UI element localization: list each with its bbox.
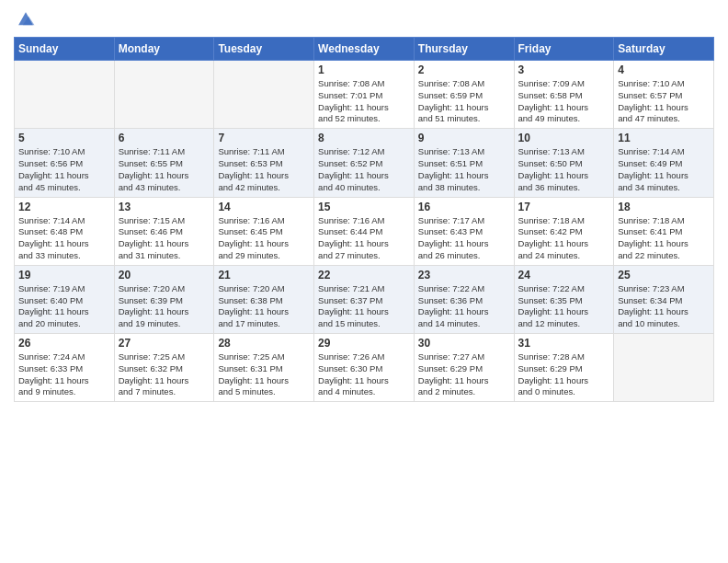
- day-info: Sunrise: 7:25 AM Sunset: 6:31 PM Dayligh…: [218, 351, 310, 398]
- week-row-1: 1Sunrise: 7:08 AM Sunset: 7:01 PM Daylig…: [15, 61, 714, 129]
- calendar-cell: 7Sunrise: 7:11 AM Sunset: 6:53 PM Daylig…: [214, 129, 314, 197]
- week-row-5: 26Sunrise: 7:24 AM Sunset: 6:33 PM Dayli…: [15, 334, 714, 402]
- day-number: 29: [318, 337, 410, 350]
- calendar-cell: 4Sunrise: 7:10 AM Sunset: 6:57 PM Daylig…: [614, 61, 714, 129]
- day-number: 23: [418, 269, 510, 282]
- day-info: Sunrise: 7:12 AM Sunset: 6:52 PM Dayligh…: [318, 146, 410, 193]
- day-info: Sunrise: 7:11 AM Sunset: 6:53 PM Dayligh…: [218, 146, 310, 193]
- calendar-cell: 6Sunrise: 7:11 AM Sunset: 6:55 PM Daylig…: [114, 129, 214, 197]
- day-number: 16: [418, 201, 510, 213]
- day-info: Sunrise: 7:11 AM Sunset: 6:55 PM Dayligh…: [119, 146, 210, 193]
- day-info: Sunrise: 7:26 AM Sunset: 6:30 PM Dayligh…: [318, 351, 410, 398]
- calendar-cell: [614, 334, 714, 402]
- col-header-saturday: Saturday: [614, 38, 714, 61]
- calendar-cell: 31Sunrise: 7:28 AM Sunset: 6:29 PM Dayli…: [514, 334, 614, 402]
- day-info: Sunrise: 7:13 AM Sunset: 6:50 PM Dayligh…: [518, 146, 610, 193]
- day-number: 5: [18, 132, 110, 144]
- day-info: Sunrise: 7:08 AM Sunset: 7:01 PM Dayligh…: [318, 78, 410, 125]
- calendar-cell: 5Sunrise: 7:10 AM Sunset: 6:56 PM Daylig…: [15, 129, 115, 197]
- calendar-cell: 29Sunrise: 7:26 AM Sunset: 6:30 PM Dayli…: [314, 334, 415, 402]
- calendar-cell: 18Sunrise: 7:18 AM Sunset: 6:41 PM Dayli…: [614, 197, 714, 265]
- calendar-cell: 24Sunrise: 7:22 AM Sunset: 6:35 PM Dayli…: [514, 265, 614, 333]
- day-number: 10: [518, 132, 610, 144]
- day-number: 4: [618, 63, 710, 76]
- day-info: Sunrise: 7:14 AM Sunset: 6:48 PM Dayligh…: [18, 215, 110, 262]
- col-header-friday: Friday: [514, 38, 614, 61]
- calendar-cell: 8Sunrise: 7:12 AM Sunset: 6:52 PM Daylig…: [314, 129, 415, 197]
- day-info: Sunrise: 7:23 AM Sunset: 6:34 PM Dayligh…: [618, 283, 710, 330]
- calendar-cell: 20Sunrise: 7:20 AM Sunset: 6:39 PM Dayli…: [114, 265, 214, 333]
- logo: [14, 9, 38, 29]
- calendar-cell: 27Sunrise: 7:25 AM Sunset: 6:32 PM Dayli…: [114, 334, 214, 402]
- calendar-cell: 30Sunrise: 7:27 AM Sunset: 6:29 PM Dayli…: [414, 334, 514, 402]
- day-info: Sunrise: 7:25 AM Sunset: 6:32 PM Dayligh…: [119, 351, 210, 398]
- calendar-cell: [214, 61, 314, 129]
- day-number: 15: [318, 201, 410, 213]
- day-number: 20: [119, 269, 210, 282]
- day-info: Sunrise: 7:22 AM Sunset: 6:36 PM Dayligh…: [418, 283, 510, 330]
- day-info: Sunrise: 7:10 AM Sunset: 6:56 PM Dayligh…: [18, 146, 110, 193]
- calendar-cell: 12Sunrise: 7:14 AM Sunset: 6:48 PM Dayli…: [15, 197, 115, 265]
- day-info: Sunrise: 7:08 AM Sunset: 6:59 PM Dayligh…: [418, 78, 510, 125]
- calendar-cell: [114, 61, 214, 129]
- day-number: 17: [518, 201, 610, 213]
- col-header-thursday: Thursday: [414, 38, 514, 61]
- day-info: Sunrise: 7:24 AM Sunset: 6:33 PM Dayligh…: [18, 351, 110, 398]
- calendar-cell: 2Sunrise: 7:08 AM Sunset: 6:59 PM Daylig…: [414, 61, 514, 129]
- day-number: 6: [119, 132, 210, 144]
- day-number: 27: [119, 337, 210, 350]
- day-info: Sunrise: 7:15 AM Sunset: 6:46 PM Dayligh…: [119, 215, 210, 262]
- day-info: Sunrise: 7:09 AM Sunset: 6:58 PM Dayligh…: [518, 78, 610, 125]
- day-number: 8: [318, 132, 410, 144]
- calendar-cell: 16Sunrise: 7:17 AM Sunset: 6:43 PM Dayli…: [414, 197, 514, 265]
- calendar-cell: 9Sunrise: 7:13 AM Sunset: 6:51 PM Daylig…: [414, 129, 514, 197]
- calendar-cell: 26Sunrise: 7:24 AM Sunset: 6:33 PM Dayli…: [15, 334, 115, 402]
- day-info: Sunrise: 7:19 AM Sunset: 6:40 PM Dayligh…: [18, 283, 110, 330]
- day-number: 9: [418, 132, 510, 144]
- day-info: Sunrise: 7:17 AM Sunset: 6:43 PM Dayligh…: [418, 215, 510, 262]
- day-number: 30: [418, 337, 510, 350]
- calendar-cell: 1Sunrise: 7:08 AM Sunset: 7:01 PM Daylig…: [314, 61, 415, 129]
- day-info: Sunrise: 7:18 AM Sunset: 6:41 PM Dayligh…: [618, 215, 710, 262]
- day-number: 13: [119, 201, 210, 213]
- day-info: Sunrise: 7:20 AM Sunset: 6:39 PM Dayligh…: [119, 283, 210, 330]
- week-row-2: 5Sunrise: 7:10 AM Sunset: 6:56 PM Daylig…: [15, 129, 714, 197]
- calendar-cell: 22Sunrise: 7:21 AM Sunset: 6:37 PM Dayli…: [314, 265, 415, 333]
- day-number: 21: [218, 269, 310, 282]
- col-header-sunday: Sunday: [15, 38, 115, 61]
- calendar-cell: 3Sunrise: 7:09 AM Sunset: 6:58 PM Daylig…: [514, 61, 614, 129]
- day-info: Sunrise: 7:14 AM Sunset: 6:49 PM Dayligh…: [618, 146, 710, 193]
- day-number: 12: [18, 201, 110, 213]
- col-header-monday: Monday: [114, 38, 214, 61]
- day-info: Sunrise: 7:20 AM Sunset: 6:38 PM Dayligh…: [218, 283, 310, 330]
- calendar-cell: 19Sunrise: 7:19 AM Sunset: 6:40 PM Dayli…: [15, 265, 115, 333]
- day-info: Sunrise: 7:22 AM Sunset: 6:35 PM Dayligh…: [518, 283, 610, 330]
- col-header-wednesday: Wednesday: [314, 38, 415, 61]
- day-number: 7: [218, 132, 310, 144]
- day-number: 1: [318, 63, 410, 76]
- day-number: 14: [218, 201, 310, 213]
- day-number: 11: [618, 132, 710, 144]
- calendar-cell: 23Sunrise: 7:22 AM Sunset: 6:36 PM Dayli…: [414, 265, 514, 333]
- day-info: Sunrise: 7:16 AM Sunset: 6:45 PM Dayligh…: [218, 215, 310, 262]
- header-row: SundayMondayTuesdayWednesdayThursdayFrid…: [15, 38, 714, 61]
- calendar-cell: 17Sunrise: 7:18 AM Sunset: 6:42 PM Dayli…: [514, 197, 614, 265]
- day-number: 26: [18, 337, 110, 350]
- day-number: 3: [518, 63, 610, 76]
- day-info: Sunrise: 7:18 AM Sunset: 6:42 PM Dayligh…: [518, 215, 610, 262]
- day-info: Sunrise: 7:28 AM Sunset: 6:29 PM Dayligh…: [518, 351, 610, 398]
- header: [14, 9, 714, 29]
- calendar-table: SundayMondayTuesdayWednesdayThursdayFrid…: [14, 37, 714, 402]
- week-row-3: 12Sunrise: 7:14 AM Sunset: 6:48 PM Dayli…: [15, 197, 714, 265]
- day-info: Sunrise: 7:10 AM Sunset: 6:57 PM Dayligh…: [618, 78, 710, 125]
- week-row-4: 19Sunrise: 7:19 AM Sunset: 6:40 PM Dayli…: [15, 265, 714, 333]
- day-number: 28: [218, 337, 310, 350]
- calendar-cell: [15, 61, 115, 129]
- logo-icon: [16, 9, 36, 29]
- calendar-cell: 13Sunrise: 7:15 AM Sunset: 6:46 PM Dayli…: [114, 197, 214, 265]
- calendar-cell: 10Sunrise: 7:13 AM Sunset: 6:50 PM Dayli…: [514, 129, 614, 197]
- day-number: 24: [518, 269, 610, 282]
- calendar-cell: 15Sunrise: 7:16 AM Sunset: 6:44 PM Dayli…: [314, 197, 415, 265]
- day-number: 2: [418, 63, 510, 76]
- calendar-cell: 21Sunrise: 7:20 AM Sunset: 6:38 PM Dayli…: [214, 265, 314, 333]
